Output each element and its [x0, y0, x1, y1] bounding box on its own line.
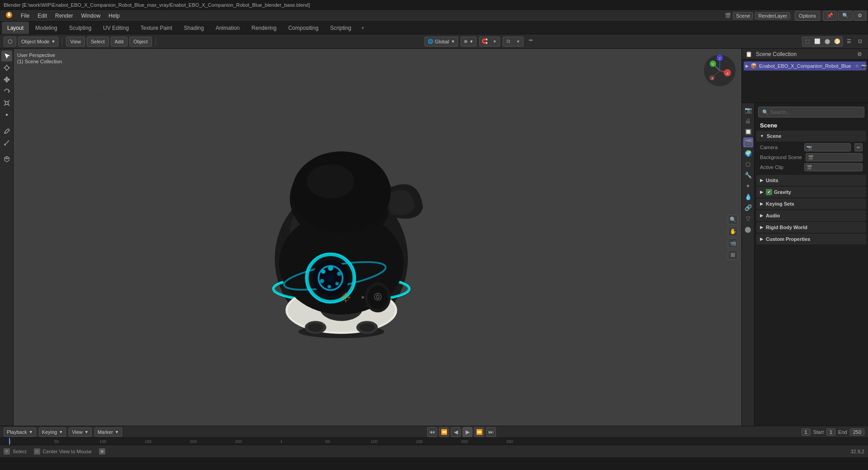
- options-btn[interactable]: Options: [795, 11, 820, 21]
- tab-shading[interactable]: Shading: [179, 22, 209, 34]
- proportional-toggle[interactable]: ⊙: [504, 38, 513, 46]
- outliner-collection-row[interactable]: ▶ 📦 Enabot_EBO_X_Companion_Robot_Blue 👁 …: [744, 61, 866, 70]
- props-physics-icon[interactable]: 💧: [743, 192, 753, 202]
- background-scene-field[interactable]: 🎬: [806, 153, 863, 161]
- transform-tool[interactable]: [1, 109, 12, 120]
- solid-btn active[interactable]: ⬜: [813, 38, 822, 46]
- menu-edit[interactable]: Edit: [34, 12, 51, 20]
- render-visibility-icon[interactable]: 📷: [861, 64, 867, 69]
- props-object-icon[interactable]: ⬡: [743, 159, 753, 169]
- snap-options[interactable]: ▼: [490, 38, 499, 46]
- marker-menu[interactable]: Marker ▼: [94, 428, 122, 437]
- props-render-icon[interactable]: 📷: [743, 105, 753, 115]
- rigid-body-section-header[interactable]: ▶ Rigid Body World: [756, 222, 866, 233]
- viewport[interactable]: EBO X: [14, 49, 741, 426]
- tab-rendering[interactable]: Rendering: [246, 22, 282, 34]
- units-section-header[interactable]: ▶ Units: [756, 175, 866, 186]
- pin-btn[interactable]: 📌: [823, 11, 837, 21]
- props-material-icon[interactable]: ⬤: [743, 224, 753, 234]
- transform-orientation[interactable]: 🌐 Global ▼: [425, 37, 458, 47]
- tab-layout[interactable]: Layout: [2, 22, 29, 34]
- jump-start-btn[interactable]: ⏮: [427, 427, 437, 437]
- menu-file[interactable]: File: [17, 12, 33, 20]
- cursor-tool[interactable]: [1, 62, 12, 73]
- next-keyframe-btn[interactable]: ⏩: [474, 427, 484, 437]
- props-constraints-icon[interactable]: 🔗: [743, 202, 753, 212]
- props-search[interactable]: 🔍 Search...: [758, 107, 864, 118]
- start-frame[interactable]: 1: [826, 428, 835, 436]
- timeline-ruler[interactable]: 1 50 100 150 200 250 1 50 100 150 200 25…: [0, 438, 868, 445]
- object-menu[interactable]: Object: [129, 37, 152, 47]
- xray-btn[interactable]: ⊡: [855, 38, 864, 46]
- prev-keyframe-btn[interactable]: ⏪: [439, 427, 449, 437]
- tab-sculpting[interactable]: Sculpting: [64, 22, 97, 34]
- search-viewport-btn[interactable]: 🔍: [728, 215, 738, 225]
- props-world-icon[interactable]: 🌍: [743, 148, 753, 158]
- tab-animation[interactable]: Animation: [210, 22, 245, 34]
- props-scene-icon[interactable]: 🎬: [743, 137, 753, 147]
- move-tool[interactable]: [1, 74, 12, 85]
- end-frame[interactable]: 250: [850, 428, 864, 436]
- props-modifier-icon[interactable]: 🔧: [743, 170, 753, 180]
- render-preview-btn[interactable]: ⊞: [728, 250, 738, 260]
- search-btn[interactable]: 🔍: [838, 11, 853, 21]
- pivot-selector[interactable]: ⊕ ▼: [461, 37, 476, 47]
- visibility-icon[interactable]: 👁: [855, 64, 859, 69]
- jump-end-btn[interactable]: ⏭: [486, 427, 496, 437]
- menu-help[interactable]: Help: [105, 12, 123, 20]
- tab-uv-editing[interactable]: UV Editing: [98, 22, 134, 34]
- camera-view-btn[interactable]: 📹: [728, 238, 738, 248]
- add-menu[interactable]: Add: [111, 37, 128, 47]
- gravity-checkbox[interactable]: ✓: [766, 189, 772, 195]
- play-reverse-btn[interactable]: ◀: [451, 427, 461, 437]
- keying-sets-section-header[interactable]: ▶ Keying Sets: [756, 198, 866, 209]
- audio-section-header[interactable]: ▶ Audio: [756, 210, 866, 221]
- select-tool[interactable]: [1, 51, 12, 61]
- tab-texture-paint[interactable]: Texture Paint: [135, 22, 178, 34]
- props-particles-icon[interactable]: ✦: [743, 181, 753, 191]
- select-menu[interactable]: Select: [87, 37, 109, 47]
- annotate-btn[interactable]: ✏: [526, 37, 535, 45]
- tab-compositing[interactable]: Compositing: [283, 22, 324, 34]
- wireframe-btn[interactable]: ⬚: [803, 38, 812, 46]
- navigation-gizmo[interactable]: X Y Z -X: [702, 52, 738, 89]
- tab-scripting[interactable]: Scripting: [325, 22, 357, 34]
- custom-props-section-header[interactable]: ▶ Custom Properties: [756, 234, 866, 244]
- view-menu[interactable]: View ▼: [69, 428, 92, 437]
- snap-toggle[interactable]: 🧲: [480, 38, 489, 46]
- rotate-tool[interactable]: [1, 86, 12, 97]
- props-output-icon[interactable]: 🖨: [743, 116, 753, 126]
- scene-section-header[interactable]: ▼ Scene: [756, 131, 866, 141]
- viewport-icon[interactable]: ⬡: [4, 37, 16, 47]
- add-cube-tool[interactable]: [1, 154, 12, 164]
- render-layer-selector[interactable]: RenderLayer: [755, 12, 790, 19]
- props-data-icon[interactable]: ▽: [743, 213, 753, 223]
- measure-tool[interactable]: [1, 137, 12, 148]
- outliner-filter[interactable]: ⚙: [854, 49, 864, 59]
- tab-modeling[interactable]: Modeling: [30, 22, 63, 34]
- menu-render[interactable]: Render: [52, 12, 76, 20]
- active-clip-field[interactable]: 🎬: [804, 163, 863, 171]
- pan-tool-btn[interactable]: ✋: [728, 226, 738, 236]
- material-preview-btn[interactable]: ⬤: [823, 38, 832, 46]
- scale-tool[interactable]: [1, 98, 12, 108]
- add-workspace-btn[interactable]: +: [358, 22, 368, 34]
- background-scene-row: Background Scene 🎬: [756, 152, 866, 162]
- camera-field[interactable]: 📷: [804, 143, 851, 151]
- props-view-layer-icon[interactable]: 🔲: [743, 127, 753, 136]
- blender-logo[interactable]: [2, 10, 16, 21]
- filter-btn[interactable]: ⚙: [854, 11, 866, 21]
- overlay-btn[interactable]: ☰: [844, 38, 854, 46]
- annotate-tool[interactable]: [1, 126, 12, 136]
- gravity-section-header[interactable]: ▶ ✓ Gravity: [756, 187, 866, 197]
- playback-menu[interactable]: Playback ▼: [4, 428, 36, 437]
- rendered-btn[interactable]: 🌕: [833, 38, 842, 46]
- mode-selector[interactable]: Object Mode ▼: [18, 37, 58, 47]
- scene-selector[interactable]: Scene: [733, 12, 753, 19]
- play-btn[interactable]: ▶: [462, 427, 472, 437]
- menu-window[interactable]: Window: [77, 12, 104, 20]
- proportional-dropdown[interactable]: ▼: [514, 38, 523, 46]
- keying-menu[interactable]: Keying ▼: [39, 428, 66, 437]
- camera-edit-btn[interactable]: ✏: [854, 143, 863, 151]
- view-menu[interactable]: View: [66, 37, 85, 47]
